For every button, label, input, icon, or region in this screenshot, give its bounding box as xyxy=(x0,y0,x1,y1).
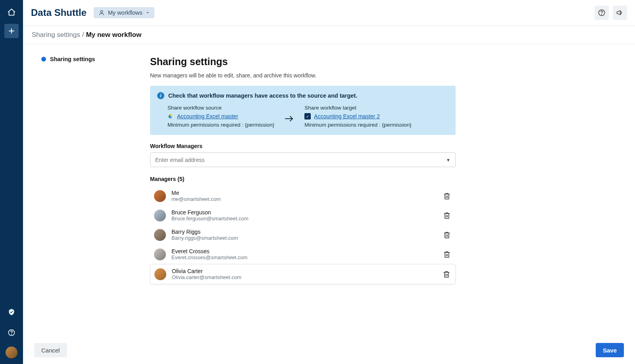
step-dot-icon xyxy=(41,57,46,62)
manager-name: Me xyxy=(171,190,221,196)
manager-name: Olivia Carter xyxy=(172,268,241,274)
avatar xyxy=(154,248,166,260)
manager-email: Barry.riggs@smartsheet.com xyxy=(171,235,238,241)
manager-row: Bruce FergusonBruce.ferguson@smartsheet.… xyxy=(150,206,456,225)
add-icon[interactable] xyxy=(4,24,19,38)
breadcrumb-parent[interactable]: Sharing settings xyxy=(32,31,80,39)
footer: Cancel Save xyxy=(23,336,635,364)
workflows-dropdown-label: My workflows xyxy=(108,10,142,16)
info-callout: i Check that workflow managers have acce… xyxy=(150,86,456,135)
side-nav: Sharing settings xyxy=(23,44,150,364)
svg-point-6 xyxy=(602,14,602,15)
delete-manager-button[interactable] xyxy=(443,231,451,239)
google-drive-icon xyxy=(167,114,174,119)
user-icon xyxy=(98,10,105,16)
home-icon[interactable] xyxy=(5,6,18,19)
avatar xyxy=(154,190,166,202)
managers-list: Meme@smartsheet.comBruce FergusonBruce.f… xyxy=(150,186,456,284)
shield-check-icon[interactable] xyxy=(5,305,18,319)
manager-row: Everet CrossesEveret.crosses@smartsheet.… xyxy=(150,245,456,264)
email-input[interactable] xyxy=(155,157,446,163)
announcements-button[interactable] xyxy=(613,6,627,20)
question-icon xyxy=(598,9,606,17)
svg-point-4 xyxy=(100,11,102,13)
cancel-button[interactable]: Cancel xyxy=(34,343,67,357)
sidenav-item-label: Sharing settings xyxy=(50,56,95,62)
manager-email: Olivia.carter@smartsheet.com xyxy=(172,274,241,280)
user-avatar[interactable] xyxy=(6,347,17,358)
manager-name: Bruce Ferguson xyxy=(171,209,248,216)
page-title: Sharing settings xyxy=(150,56,456,67)
target-link[interactable]: Accounting Excel master 2 xyxy=(314,113,380,119)
megaphone-icon xyxy=(616,9,624,17)
svg-point-3 xyxy=(12,334,12,335)
delete-manager-button[interactable] xyxy=(443,212,451,220)
manager-row: Meme@smartsheet.com xyxy=(150,186,456,206)
avatar xyxy=(154,268,166,280)
manager-email: me@smartsheet.com xyxy=(171,196,221,202)
workflow-managers-label: Workflow Managers xyxy=(150,143,456,149)
chevron-down-icon xyxy=(146,11,150,15)
delete-manager-button[interactable] xyxy=(443,192,451,200)
manager-name: Barry Riggs xyxy=(171,229,238,235)
breadcrumb: Sharing settings / My new workflow xyxy=(23,26,635,44)
email-combo[interactable]: ▼ xyxy=(150,152,456,167)
avatar xyxy=(154,210,166,221)
brand-title: Data Shuttle xyxy=(31,7,87,18)
page-subtitle: New managers will be able to edit, share… xyxy=(150,72,456,79)
delete-manager-button[interactable] xyxy=(443,250,451,258)
target-permission: Minimum permissions required : {permissi… xyxy=(304,122,411,128)
info-heading: Check that workflow managers have access… xyxy=(168,92,357,99)
topbar: Data Shuttle My workflows xyxy=(23,0,635,26)
target-label: Share workflow target xyxy=(304,105,411,111)
help-button[interactable] xyxy=(595,6,609,20)
workflows-dropdown[interactable]: My workflows xyxy=(94,7,154,18)
source-permission: Minimum permissions required : {permissi… xyxy=(167,122,274,128)
help-icon[interactable] xyxy=(5,326,18,339)
managers-count-label: Managers (5) xyxy=(150,176,456,182)
breadcrumb-sep: / xyxy=(82,31,84,39)
smartsheet-icon: ✓ xyxy=(304,113,311,119)
manager-email: Bruce.ferguson@smartsheet.com xyxy=(171,216,248,221)
manager-email: Everet.crosses@smartsheet.com xyxy=(171,254,248,260)
chevron-down-icon: ▼ xyxy=(446,158,450,162)
arrow-icon xyxy=(285,109,294,123)
manager-row: Olivia CarterOlivia.carter@smartsheet.co… xyxy=(150,264,456,284)
breadcrumb-current: My new workflow xyxy=(86,31,142,39)
info-icon: i xyxy=(157,92,164,99)
manager-name: Everet Crosses xyxy=(171,248,248,254)
source-link[interactable]: Accounting Excel master xyxy=(177,113,238,119)
sidenav-item-sharing[interactable]: Sharing settings xyxy=(41,56,150,62)
manager-row: Barry RiggsBarry.riggs@smartsheet.com xyxy=(150,225,456,245)
delete-manager-button[interactable] xyxy=(443,270,450,278)
avatar xyxy=(154,229,166,241)
save-button[interactable]: Save xyxy=(596,343,624,357)
left-rail xyxy=(0,0,23,364)
source-label: Share workflow source xyxy=(167,105,274,111)
